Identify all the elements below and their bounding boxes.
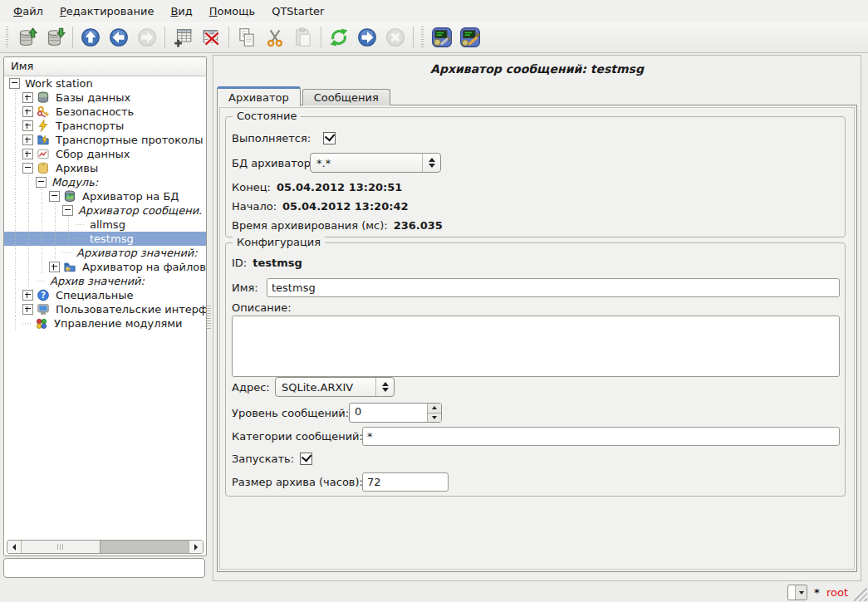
tree-item-fs-archiver[interactable]: Архиватор на файлов bbox=[4, 260, 206, 274]
tree-search-input[interactable] bbox=[3, 558, 205, 578]
tree-item-label: Архиватор сообщени. bbox=[76, 204, 204, 217]
id-label: ID: bbox=[232, 257, 247, 269]
tree-item-transport-protocols[interactable]: Транспортные протоколы bbox=[4, 133, 206, 147]
tree-item-specials[interactable]: ?Специальные bbox=[4, 288, 206, 302]
tree-item-security[interactable]: Безопасность bbox=[4, 105, 206, 119]
expand-icon[interactable] bbox=[22, 106, 33, 117]
expand-icon[interactable] bbox=[22, 149, 33, 159]
archiver-db-combo[interactable]: *.* bbox=[310, 153, 441, 173]
tree-item-allmsg[interactable]: allmsg bbox=[4, 218, 206, 232]
combo-arrows-icon bbox=[375, 378, 394, 396]
forward-button bbox=[133, 25, 161, 50]
toolbar-handle[interactable] bbox=[3, 27, 11, 48]
scroll-right-button[interactable] bbox=[189, 541, 203, 553]
refresh-button[interactable] bbox=[325, 25, 353, 50]
status-user[interactable]: root bbox=[826, 586, 848, 599]
up-button[interactable] bbox=[76, 25, 105, 50]
tree-item-databases[interactable]: Базы данных bbox=[4, 91, 206, 105]
tree-item-value-archiver[interactable]: Архиватор значений: bbox=[4, 246, 206, 260]
tree-item-testmsg[interactable]: testmsg bbox=[4, 232, 206, 246]
cut-button[interactable] bbox=[261, 25, 289, 50]
tree-item-module[interactable]: Модуль: bbox=[4, 175, 206, 189]
expand-icon[interactable] bbox=[22, 135, 33, 145]
archiving-time-value: 236.035 bbox=[394, 219, 443, 232]
message-categories-input[interactable] bbox=[362, 427, 840, 446]
spin-down-icon[interactable] bbox=[428, 414, 441, 423]
back-button[interactable] bbox=[105, 25, 133, 50]
spin-buttons[interactable] bbox=[427, 404, 441, 422]
tree-item-message-archiver[interactable]: Архиватор сообщени. bbox=[4, 203, 206, 218]
copy-button[interactable] bbox=[233, 25, 261, 50]
menu-file[interactable]: Файл bbox=[5, 2, 51, 20]
tree-horizontal-scrollbar[interactable] bbox=[7, 540, 204, 554]
tree-guide-line bbox=[22, 175, 36, 189]
tree-guide-line bbox=[9, 288, 22, 302]
scroll-left-button[interactable] bbox=[7, 541, 22, 553]
tree-branch-line bbox=[22, 316, 35, 330]
menu-help[interactable]: Помощь bbox=[201, 2, 263, 20]
expand-icon[interactable] bbox=[22, 304, 33, 315]
message-level-spinbox[interactable]: 0 bbox=[349, 403, 442, 423]
add-item-button[interactable] bbox=[169, 25, 197, 50]
expand-icon[interactable] bbox=[22, 120, 33, 131]
state-group-title: Состояние bbox=[233, 110, 301, 122]
qtcfg-button[interactable] bbox=[428, 25, 456, 50]
collapse-icon[interactable] bbox=[22, 163, 33, 174]
tree-guide-line bbox=[22, 246, 36, 260]
splitter-handle[interactable] bbox=[206, 56, 212, 578]
start-button[interactable] bbox=[353, 25, 381, 50]
tree-item-data-acquisition[interactable]: Сбор данных bbox=[4, 147, 206, 161]
save-button[interactable] bbox=[41, 25, 69, 50]
scrollbar-thumb[interactable] bbox=[22, 541, 101, 553]
tab-messages[interactable]: Сообщения bbox=[302, 89, 390, 105]
description-textarea[interactable] bbox=[232, 316, 840, 377]
archive-size-input[interactable] bbox=[362, 472, 449, 492]
modules-icon bbox=[35, 317, 49, 330]
combo-dropdown-icon[interactable] bbox=[795, 585, 807, 600]
menubar: ФайлРедактированиеВидПомощьQTStarter bbox=[0, 0, 868, 22]
tree-guide-line bbox=[22, 189, 36, 203]
tree-item-user-interfaces[interactable]: Пользовательские интерфей bbox=[4, 302, 206, 316]
remove-item-button[interactable] bbox=[197, 25, 225, 50]
tree-item-workstation[interactable]: Work station bbox=[4, 76, 206, 91]
tree-guide-line bbox=[49, 246, 62, 260]
tree-item-transports[interactable]: Транспорты bbox=[4, 119, 206, 133]
tab-archiver[interactable]: Архиватор bbox=[217, 86, 301, 106]
add-item-icon bbox=[172, 27, 194, 48]
toolbar-handle[interactable] bbox=[419, 27, 426, 48]
collapse-icon[interactable] bbox=[36, 177, 47, 188]
tree-item-db-archiver[interactable]: Архиватор на БД bbox=[4, 189, 206, 203]
expand-icon[interactable] bbox=[22, 290, 33, 301]
menu-view[interactable]: Вид bbox=[162, 2, 200, 20]
expand-icon[interactable] bbox=[22, 92, 33, 103]
menu-edit[interactable]: Редактирование bbox=[51, 2, 162, 20]
status-combo[interactable] bbox=[787, 585, 807, 600]
to-start-checkbox[interactable] bbox=[300, 453, 312, 465]
tree-item-module-management[interactable]: Управление модулями bbox=[4, 316, 206, 330]
running-checkbox[interactable] bbox=[323, 132, 336, 144]
tree-guide-line bbox=[9, 218, 22, 232]
databases-icon bbox=[37, 91, 51, 104]
address-combo[interactable]: SQLite.ARXIV bbox=[275, 377, 395, 397]
config-group: Конфигурация ID: testmsg Имя: Описание: bbox=[225, 242, 846, 497]
tree-guide-line bbox=[36, 260, 49, 274]
tree-guide-line bbox=[49, 203, 62, 218]
tree-guide-line bbox=[22, 203, 36, 218]
expand-icon[interactable] bbox=[49, 262, 60, 272]
load-button[interactable] bbox=[12, 25, 41, 50]
name-input[interactable] bbox=[267, 278, 840, 297]
collapse-icon[interactable] bbox=[9, 78, 20, 89]
menu-qtstarter[interactable]: QTStarter bbox=[263, 2, 332, 20]
tree-item-value-archive[interactable]: Архив значений: bbox=[4, 274, 206, 288]
vision-button[interactable] bbox=[456, 25, 484, 50]
scrollbar-track[interactable] bbox=[22, 541, 189, 553]
resize-grip[interactable] bbox=[854, 588, 867, 601]
description-label: Описание: bbox=[232, 301, 292, 314]
collapse-icon[interactable] bbox=[62, 205, 73, 216]
message-level-label: Уровень сообщений: bbox=[232, 407, 349, 419]
config-group-title: Конфигурация bbox=[233, 236, 325, 248]
collapse-icon[interactable] bbox=[49, 191, 60, 202]
tree-item-archives[interactable]: Архивы bbox=[4, 161, 206, 175]
tree-branch-line bbox=[62, 246, 75, 260]
spin-up-icon[interactable] bbox=[428, 404, 441, 414]
